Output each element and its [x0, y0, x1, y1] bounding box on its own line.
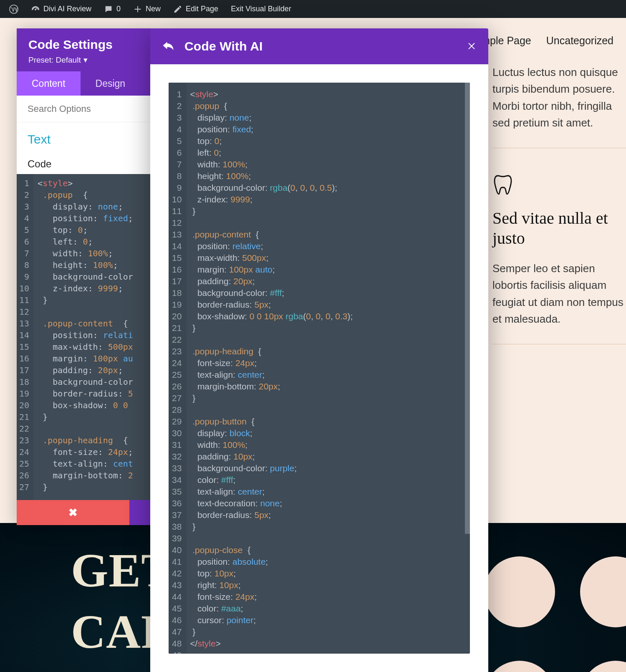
search-input[interactable] — [28, 104, 139, 114]
section-text-label: Text — [28, 132, 139, 147]
ai-code-lines[interactable]: <style> .popup { display: none; position… — [187, 83, 353, 654]
sidebar-content: Luctus lectus non quisque turpis bibendu… — [492, 64, 626, 369]
nav-uncategorized[interactable]: Uncategorized — [546, 35, 613, 47]
comments[interactable]: 0 — [99, 0, 126, 18]
comment-icon — [104, 5, 113, 14]
cancel-button[interactable]: ✖ — [17, 500, 129, 525]
ai-code-editor[interactable]: 1234567891011121314151617181920212223242… — [169, 83, 470, 654]
wordpress-icon — [9, 5, 18, 14]
settings-preset[interactable]: Preset: Default ▾ — [28, 55, 139, 65]
left-code-lines[interactable]: <style> .popup { display: none; position… — [33, 174, 137, 500]
settings-search[interactable] — [17, 96, 150, 122]
caret-down-icon: ▾ — [83, 55, 88, 65]
side-para-1: Luctus lectus non quisque turpis bibendu… — [492, 64, 626, 131]
side-para-2: Semper leo et sapien lobortis facilisis … — [492, 260, 626, 327]
circle-image — [580, 661, 626, 672]
image-circles-row2 — [484, 661, 626, 672]
image-circles-row1 — [484, 556, 626, 627]
left-gutter: 1234567891011121314151617181920212223242… — [17, 174, 33, 500]
settings-section-text[interactable]: Text — [17, 122, 150, 147]
left-code-editor[interactable]: 1234567891011121314151617181920212223242… — [17, 174, 150, 500]
ai-gutter: 1234567891011121314151617181920212223242… — [169, 83, 187, 654]
top-nav: Sample Page Uncategorized — [469, 35, 613, 47]
tab-content[interactable]: Content — [17, 71, 81, 96]
plus-icon — [133, 5, 142, 14]
site-title-text: Divi AI Review — [43, 5, 91, 13]
close-icon: ✖ — [68, 506, 78, 519]
circle-image — [580, 556, 626, 627]
new-label: New — [146, 5, 161, 13]
new-content[interactable]: New — [128, 0, 166, 18]
settings-header: Code Settings Preset: Default ▾ — [17, 28, 150, 71]
gauge-icon — [31, 5, 40, 14]
comments-count: 0 — [116, 5, 121, 13]
tab-design[interactable]: Design — [81, 71, 141, 96]
exit-vb[interactable]: Exit Visual Builder — [226, 0, 296, 18]
confirm-area[interactable] — [129, 500, 150, 525]
exit-vb-label: Exit Visual Builder — [231, 5, 291, 13]
pencil-icon — [173, 5, 182, 14]
circle-image — [484, 661, 555, 672]
settings-title: Code Settings — [28, 38, 139, 52]
ai-scrollbar[interactable] — [465, 83, 470, 534]
circle-image — [484, 556, 555, 627]
wp-admin-bar: Divi AI Review 0 New Edit Page Exit Visu… — [0, 0, 626, 18]
close-button[interactable] — [467, 40, 477, 52]
site-title[interactable]: Divi AI Review — [26, 0, 96, 18]
wp-logo[interactable] — [4, 0, 23, 18]
tooth-icon — [492, 173, 626, 198]
edit-page[interactable]: Edit Page — [168, 0, 223, 18]
code-settings-panel: Code Settings Preset: Default ▾ Content … — [17, 28, 150, 525]
side-block-2: Semper leo et sapien lobortis facilisis … — [492, 260, 626, 344]
side-block-1: Luctus lectus non quisque turpis bibendu… — [492, 64, 626, 148]
ai-body: 1234567891011121314151617181920212223242… — [150, 64, 488, 672]
side-heading-2: Sed vitae nulla et justo — [492, 208, 626, 248]
code-field-label: Code — [17, 147, 150, 174]
settings-tabs: Content Design — [17, 71, 150, 96]
ai-title: Code With AI — [184, 39, 263, 53]
back-button[interactable] — [162, 40, 174, 53]
code-with-ai-modal: Code With AI 123456789101112131415161718… — [150, 28, 488, 672]
edit-page-label: Edit Page — [186, 5, 218, 13]
settings-footer: ✖ — [17, 500, 150, 525]
ai-header: Code With AI — [150, 28, 488, 64]
